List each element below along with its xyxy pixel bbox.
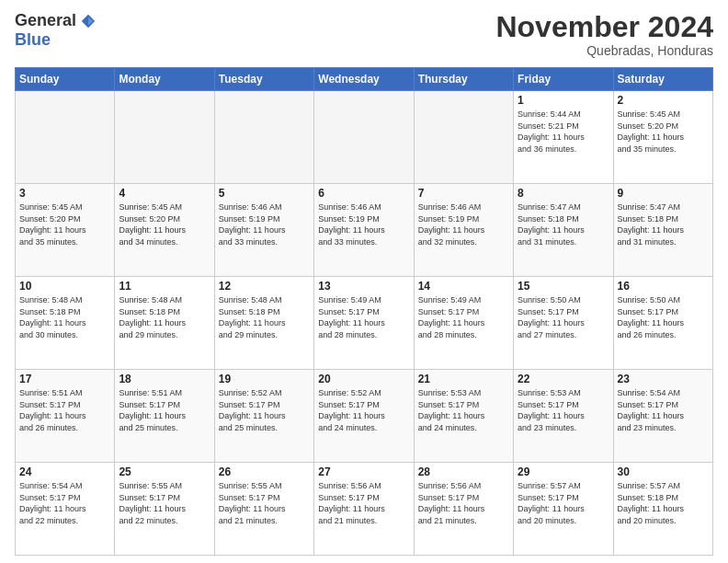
calendar-cell: 6Sunrise: 5:46 AM Sunset: 5:19 PM Daylig… — [314, 184, 414, 277]
calendar-cell: 12Sunrise: 5:48 AM Sunset: 5:18 PM Dayli… — [214, 277, 313, 370]
day-info: Sunrise: 5:45 AM Sunset: 5:20 PM Dayligh… — [19, 201, 110, 247]
day-info: Sunrise: 5:57 AM Sunset: 5:17 PM Dayligh… — [518, 480, 609, 526]
calendar-cell: 27Sunrise: 5:56 AM Sunset: 5:17 PM Dayli… — [314, 463, 414, 556]
day-number: 12 — [219, 280, 310, 293]
calendar-cell: 2Sunrise: 5:45 AM Sunset: 5:20 PM Daylig… — [613, 91, 712, 184]
weekday-header-tuesday: Tuesday — [214, 68, 313, 91]
day-info: Sunrise: 5:44 AM Sunset: 5:21 PM Dayligh… — [518, 109, 609, 155]
calendar-cell: 26Sunrise: 5:55 AM Sunset: 5:17 PM Dayli… — [214, 463, 313, 556]
weekday-header-sunday: Sunday — [16, 68, 115, 91]
day-number: 22 — [518, 373, 609, 385]
day-number: 27 — [318, 465, 409, 478]
day-info: Sunrise: 5:48 AM Sunset: 5:18 PM Dayligh… — [219, 294, 310, 340]
day-number: 15 — [518, 280, 609, 293]
calendar-cell — [214, 91, 313, 184]
day-info: Sunrise: 5:52 AM Sunset: 5:17 PM Dayligh… — [219, 387, 310, 433]
calendar-cell: 5Sunrise: 5:46 AM Sunset: 5:19 PM Daylig… — [214, 184, 313, 277]
month-title: November 2024 — [495, 11, 713, 43]
day-number: 3 — [19, 187, 110, 200]
logo: General Blue — [15, 11, 97, 50]
weekday-header-saturday: Saturday — [613, 68, 712, 91]
calendar-cell: 25Sunrise: 5:55 AM Sunset: 5:17 PM Dayli… — [115, 463, 214, 556]
calendar-cell: 18Sunrise: 5:51 AM Sunset: 5:17 PM Dayli… — [115, 370, 214, 463]
day-number: 4 — [119, 187, 210, 200]
weekday-header-thursday: Thursday — [414, 68, 513, 91]
day-number: 5 — [219, 187, 310, 200]
day-info: Sunrise: 5:52 AM Sunset: 5:17 PM Dayligh… — [318, 387, 409, 433]
calendar-cell: 20Sunrise: 5:52 AM Sunset: 5:17 PM Dayli… — [314, 370, 414, 463]
day-number: 9 — [618, 187, 709, 200]
calendar-cell: 29Sunrise: 5:57 AM Sunset: 5:17 PM Dayli… — [514, 463, 613, 556]
day-info: Sunrise: 5:53 AM Sunset: 5:17 PM Dayligh… — [518, 387, 609, 433]
calendar-cell: 24Sunrise: 5:54 AM Sunset: 5:17 PM Dayli… — [16, 463, 115, 556]
day-info: Sunrise: 5:45 AM Sunset: 5:20 PM Dayligh… — [618, 109, 709, 155]
day-info: Sunrise: 5:57 AM Sunset: 5:18 PM Dayligh… — [618, 480, 709, 526]
calendar-cell: 15Sunrise: 5:50 AM Sunset: 5:17 PM Dayli… — [514, 277, 613, 370]
calendar-week-2: 3Sunrise: 5:45 AM Sunset: 5:20 PM Daylig… — [16, 184, 713, 277]
weekday-header-friday: Friday — [514, 68, 613, 91]
day-info: Sunrise: 5:50 AM Sunset: 5:17 PM Dayligh… — [518, 294, 609, 340]
day-number: 7 — [418, 187, 509, 200]
day-number: 30 — [618, 465, 709, 478]
calendar-cell — [314, 91, 414, 184]
day-info: Sunrise: 5:56 AM Sunset: 5:17 PM Dayligh… — [418, 480, 509, 526]
page: General Blue November 2024 Quebradas, Ho… — [0, 0, 728, 563]
day-info: Sunrise: 5:56 AM Sunset: 5:17 PM Dayligh… — [318, 480, 409, 526]
day-number: 21 — [418, 373, 509, 385]
calendar-cell — [16, 91, 115, 184]
weekday-header-monday: Monday — [115, 68, 214, 91]
calendar-cell: 28Sunrise: 5:56 AM Sunset: 5:17 PM Dayli… — [414, 463, 513, 556]
logo-general-text: General — [15, 11, 76, 30]
calendar-cell: 19Sunrise: 5:52 AM Sunset: 5:17 PM Dayli… — [214, 370, 313, 463]
calendar-week-4: 17Sunrise: 5:51 AM Sunset: 5:17 PM Dayli… — [16, 370, 713, 463]
calendar-cell: 7Sunrise: 5:46 AM Sunset: 5:19 PM Daylig… — [414, 184, 513, 277]
calendar-cell — [115, 91, 214, 184]
calendar-cell: 8Sunrise: 5:47 AM Sunset: 5:18 PM Daylig… — [514, 184, 613, 277]
day-number: 6 — [318, 187, 409, 200]
day-number: 8 — [518, 187, 609, 200]
day-number: 25 — [119, 465, 210, 478]
day-info: Sunrise: 5:47 AM Sunset: 5:18 PM Dayligh… — [618, 201, 709, 247]
day-info: Sunrise: 5:48 AM Sunset: 5:18 PM Dayligh… — [119, 294, 210, 340]
day-number: 2 — [618, 94, 709, 107]
day-number: 23 — [618, 373, 709, 385]
day-number: 18 — [119, 373, 210, 385]
calendar-cell: 1Sunrise: 5:44 AM Sunset: 5:21 PM Daylig… — [514, 91, 613, 184]
calendar-header-row: SundayMondayTuesdayWednesdayThursdayFrid… — [16, 68, 713, 91]
location: Quebradas, Honduras — [495, 43, 713, 58]
day-info: Sunrise: 5:54 AM Sunset: 5:17 PM Dayligh… — [618, 387, 709, 433]
header-right: November 2024 Quebradas, Honduras — [495, 11, 713, 58]
day-info: Sunrise: 5:45 AM Sunset: 5:20 PM Dayligh… — [119, 201, 210, 247]
calendar-cell: 10Sunrise: 5:48 AM Sunset: 5:18 PM Dayli… — [16, 277, 115, 370]
calendar-cell: 21Sunrise: 5:53 AM Sunset: 5:17 PM Dayli… — [414, 370, 513, 463]
day-info: Sunrise: 5:55 AM Sunset: 5:17 PM Dayligh… — [119, 480, 210, 526]
calendar-week-1: 1Sunrise: 5:44 AM Sunset: 5:21 PM Daylig… — [16, 91, 713, 184]
day-info: Sunrise: 5:49 AM Sunset: 5:17 PM Dayligh… — [318, 294, 409, 340]
day-number: 28 — [418, 465, 509, 478]
day-number: 24 — [19, 465, 110, 478]
day-info: Sunrise: 5:46 AM Sunset: 5:19 PM Dayligh… — [219, 201, 310, 247]
day-info: Sunrise: 5:47 AM Sunset: 5:18 PM Dayligh… — [518, 201, 609, 247]
day-info: Sunrise: 5:51 AM Sunset: 5:17 PM Dayligh… — [119, 387, 210, 433]
day-info: Sunrise: 5:53 AM Sunset: 5:17 PM Dayligh… — [418, 387, 509, 433]
calendar-cell: 14Sunrise: 5:49 AM Sunset: 5:17 PM Dayli… — [414, 277, 513, 370]
day-info: Sunrise: 5:48 AM Sunset: 5:18 PM Dayligh… — [19, 294, 110, 340]
calendar-cell: 16Sunrise: 5:50 AM Sunset: 5:17 PM Dayli… — [613, 277, 712, 370]
calendar-cell: 23Sunrise: 5:54 AM Sunset: 5:17 PM Dayli… — [613, 370, 712, 463]
day-info: Sunrise: 5:49 AM Sunset: 5:17 PM Dayligh… — [418, 294, 509, 340]
day-number: 16 — [618, 280, 709, 293]
calendar-cell: 22Sunrise: 5:53 AM Sunset: 5:17 PM Dayli… — [514, 370, 613, 463]
weekday-header-wednesday: Wednesday — [314, 68, 414, 91]
calendar-cell: 17Sunrise: 5:51 AM Sunset: 5:17 PM Dayli… — [16, 370, 115, 463]
calendar-cell: 9Sunrise: 5:47 AM Sunset: 5:18 PM Daylig… — [613, 184, 712, 277]
calendar-week-3: 10Sunrise: 5:48 AM Sunset: 5:18 PM Dayli… — [16, 277, 713, 370]
day-number: 29 — [518, 465, 609, 478]
day-number: 17 — [19, 373, 110, 385]
day-number: 26 — [219, 465, 310, 478]
calendar-cell: 11Sunrise: 5:48 AM Sunset: 5:18 PM Dayli… — [115, 277, 214, 370]
day-number: 10 — [19, 280, 110, 293]
day-info: Sunrise: 5:46 AM Sunset: 5:19 PM Dayligh… — [418, 201, 509, 247]
day-number: 20 — [318, 373, 409, 385]
day-number: 13 — [318, 280, 409, 293]
day-number: 1 — [518, 94, 609, 107]
